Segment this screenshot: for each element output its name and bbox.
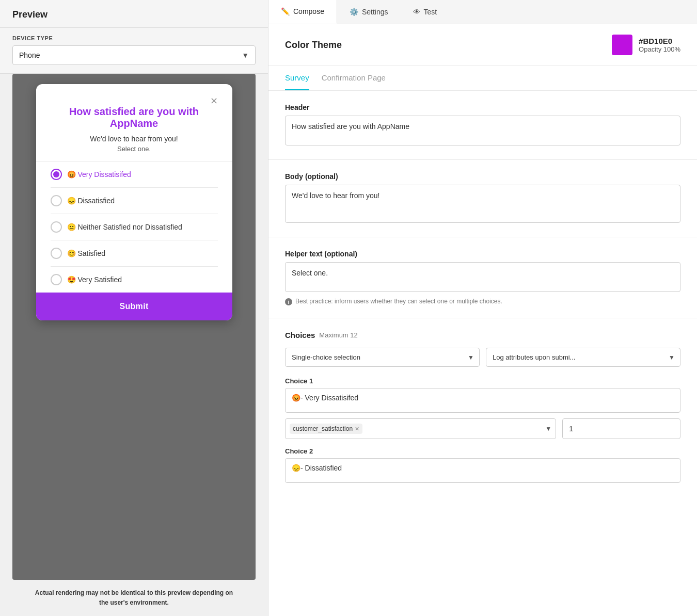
- color-theme-right[interactable]: #BD10E0 Opacity 100%: [612, 35, 680, 55]
- selection-type-select[interactable]: Single-choice selection Multi-choice sel…: [286, 348, 479, 366]
- choices-header: Choices Maximum 12: [285, 331, 680, 339]
- inner-tab-survey[interactable]: Survey: [285, 66, 309, 90]
- choice-1-tag-remove[interactable]: ✕: [355, 426, 359, 432]
- survey-option-2[interactable]: 😞 Dissatisfied: [51, 188, 218, 214]
- helper-textarea[interactable]: [285, 262, 680, 292]
- tab-settings-label: Settings: [362, 8, 388, 16]
- device-type-label: DEVICE TYPE: [12, 35, 256, 41]
- helper-note: i Best practice: inform users whether th…: [285, 298, 680, 305]
- header-section: Header: [268, 91, 697, 160]
- choice-1-group: Choice 1 customer_satisfaction ✕ ▼: [285, 377, 680, 439]
- option-label-3: 😐 Neither Satisfied nor Dissatisfied: [67, 223, 182, 231]
- choice-2-textarea[interactable]: [285, 458, 680, 483]
- pencil-icon: ✏️: [281, 7, 290, 15]
- choice-1-textarea[interactable]: [285, 388, 680, 413]
- left-panel: Preview DEVICE TYPE Phone Tablet Desktop…: [0, 0, 268, 616]
- choice-1-meta: customer_satisfaction ✕ ▼: [285, 418, 680, 439]
- radio-circle-4[interactable]: [51, 248, 62, 259]
- inner-tab-confirmation-label: Confirmation Page: [322, 73, 386, 82]
- submit-button[interactable]: Submit: [36, 293, 232, 320]
- log-attributes-dropdown[interactable]: Log attributes upon submi... Do not log …: [486, 348, 680, 367]
- tab-test-label: Test: [424, 8, 437, 16]
- survey-title: How satisfied are you with AppName: [51, 106, 218, 129]
- device-type-section: DEVICE TYPE Phone Tablet Desktop ▼: [0, 28, 268, 74]
- radio-selected-icon[interactable]: [51, 169, 62, 180]
- survey-option-5[interactable]: 😍 Very Satisfied: [51, 267, 218, 293]
- left-header: Preview: [0, 0, 268, 28]
- choice-2-label: Choice 2: [285, 447, 680, 455]
- choices-title: Choices: [285, 331, 315, 339]
- tab-compose[interactable]: ✏️ Compose: [268, 0, 337, 24]
- device-select[interactable]: Phone Tablet Desktop: [13, 46, 255, 64]
- body-section: Body (optional): [268, 160, 697, 237]
- inner-tab-survey-label: Survey: [285, 73, 309, 82]
- choice-1-tag-wrapper[interactable]: customer_satisfaction ✕ ▼: [285, 418, 556, 439]
- helper-section: Helper text (optional) i Best practice: …: [268, 237, 697, 318]
- choices-dropdowns: Single-choice selection Multi-choice sel…: [285, 348, 680, 367]
- choice-1-tag: customer_satisfaction ✕: [290, 424, 362, 434]
- body-label: Body (optional): [285, 172, 680, 181]
- tab-test[interactable]: 👁 Test: [401, 0, 450, 24]
- gear-icon: ⚙️: [350, 8, 358, 16]
- survey-option-3[interactable]: 😐 Neither Satisfied nor Dissatisfied: [51, 214, 218, 240]
- choice-2-group: Choice 2: [285, 447, 680, 484]
- selection-type-dropdown[interactable]: Single-choice selection Multi-choice sel…: [285, 348, 480, 367]
- survey-card: ✕ How satisfied are you with AppName We'…: [36, 84, 232, 320]
- inner-tab-confirmation[interactable]: Confirmation Page: [322, 66, 386, 90]
- info-icon: i: [285, 298, 292, 305]
- choice-1-tag-text: customer_satisfaction: [293, 425, 353, 432]
- color-hex-value: #BD10E0: [639, 37, 672, 45]
- helper-label: Helper text (optional): [285, 250, 680, 258]
- color-swatch[interactable]: [612, 35, 632, 55]
- survey-helper-text: Select one.: [51, 145, 218, 153]
- inner-tabs: Survey Confirmation Page: [268, 66, 697, 91]
- choice-1-label: Choice 1: [285, 377, 680, 385]
- eye-icon: 👁: [413, 8, 420, 16]
- tab-compose-label: Compose: [293, 7, 324, 15]
- choices-max: Maximum 12: [319, 331, 357, 339]
- option-label-4: 😊 Satisfied: [67, 249, 106, 257]
- radio-circle-5[interactable]: [51, 274, 62, 285]
- choice-1-tag-arrow: ▼: [545, 425, 551, 432]
- survey-card-inner: ✕ How satisfied are you with AppName We'…: [36, 84, 232, 293]
- choice-1-value-input[interactable]: [562, 418, 680, 439]
- log-attributes-select[interactable]: Log attributes upon submi... Do not log …: [486, 348, 680, 366]
- radio-circle-3[interactable]: [51, 221, 62, 233]
- header-label: Header: [285, 103, 680, 111]
- close-icon[interactable]: ✕: [210, 96, 218, 106]
- radio-circle-2[interactable]: [51, 195, 62, 206]
- right-panel: ✏️ Compose ⚙️ Settings 👁 Test Color Them…: [268, 0, 697, 616]
- device-select-wrapper[interactable]: Phone Tablet Desktop ▼: [12, 45, 256, 65]
- choices-section: Choices Maximum 12 Single-choice selecti…: [268, 318, 697, 505]
- preview-title: Preview: [12, 9, 47, 20]
- body-textarea[interactable]: [285, 185, 680, 223]
- color-opacity: Opacity 100%: [639, 45, 680, 53]
- tab-settings[interactable]: ⚙️ Settings: [337, 0, 401, 24]
- option-label-5: 😍 Very Satisfied: [67, 275, 122, 284]
- survey-option-1[interactable]: 😡 Very Dissatisifed: [51, 161, 218, 188]
- color-theme-section: Color Theme #BD10E0 Opacity 100%: [268, 24, 697, 66]
- color-hex-info: #BD10E0 Opacity 100%: [639, 37, 680, 53]
- helper-note-text: Best practice: inform users whether they…: [295, 298, 502, 305]
- option-label-1: 😡 Very Dissatisifed: [67, 170, 131, 179]
- option-label-2: 😞 Dissatisfied: [67, 197, 115, 205]
- phone-preview-area: ✕ How satisfied are you with AppName We'…: [12, 74, 256, 580]
- survey-option-4[interactable]: 😊 Satisfied: [51, 240, 218, 267]
- color-theme-label: Color Theme: [285, 40, 342, 51]
- top-tabs: ✏️ Compose ⚙️ Settings 👁 Test: [268, 0, 697, 24]
- preview-note: Actual rendering may not be identical to…: [0, 580, 268, 616]
- survey-body-text: We'd love to hear from you!: [51, 135, 218, 143]
- header-textarea[interactable]: [285, 116, 680, 145]
